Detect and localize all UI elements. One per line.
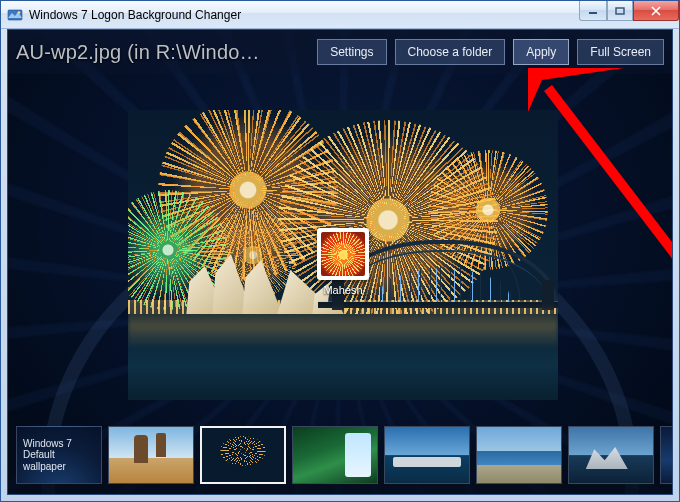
fullscreen-button[interactable]: Full Screen [577, 39, 664, 65]
thumb-default-line2: Default [23, 449, 95, 461]
window-title: Windows 7 Logon Background Changer [29, 8, 241, 22]
thumb-item[interactable] [292, 426, 378, 484]
user-name-label: Mahesh [314, 284, 372, 296]
minimize-button[interactable] [579, 1, 607, 21]
toolbar: AU-wp2.jpg (in R:\Windo… Settings Choose… [8, 30, 672, 74]
thumb-item[interactable] [476, 426, 562, 484]
maximize-button[interactable] [607, 1, 633, 21]
settings-button[interactable]: Settings [317, 39, 386, 65]
svg-point-1 [18, 11, 20, 13]
thumb-default-line1: Windows 7 [23, 438, 95, 450]
thumb-item[interactable] [384, 426, 470, 484]
avatar-frame [317, 228, 369, 280]
svg-rect-3 [616, 8, 624, 14]
choose-folder-button[interactable]: Choose a folder [395, 39, 506, 65]
window-controls [579, 1, 679, 21]
thumb-item-selected[interactable] [200, 426, 286, 484]
apply-button[interactable]: Apply [513, 39, 569, 65]
avatar [321, 232, 365, 276]
thumb-default-line3: wallpaper [23, 461, 95, 473]
thumb-item[interactable] [108, 426, 194, 484]
thumbnail-strip[interactable]: Windows 7 Default wallpaper [8, 416, 672, 494]
thumb-default-wallpaper[interactable]: Windows 7 Default wallpaper [16, 426, 102, 484]
thumb-item[interactable] [660, 426, 673, 484]
close-button[interactable] [633, 1, 679, 21]
titlebar: Windows 7 Logon Background Changer [1, 1, 679, 29]
current-file-label: AU-wp2.jpg (in R:\Windo… [16, 41, 260, 64]
svg-rect-2 [589, 12, 597, 14]
app-window: Windows 7 Logon Background Changer AU-wp… [0, 0, 680, 502]
thumb-item[interactable] [568, 426, 654, 484]
logon-user-tile: Mahesh [314, 228, 372, 296]
app-icon [7, 7, 23, 23]
client-area: AU-wp2.jpg (in R:\Windo… Settings Choose… [7, 29, 673, 495]
wallpaper-preview: Mahesh [128, 110, 558, 400]
